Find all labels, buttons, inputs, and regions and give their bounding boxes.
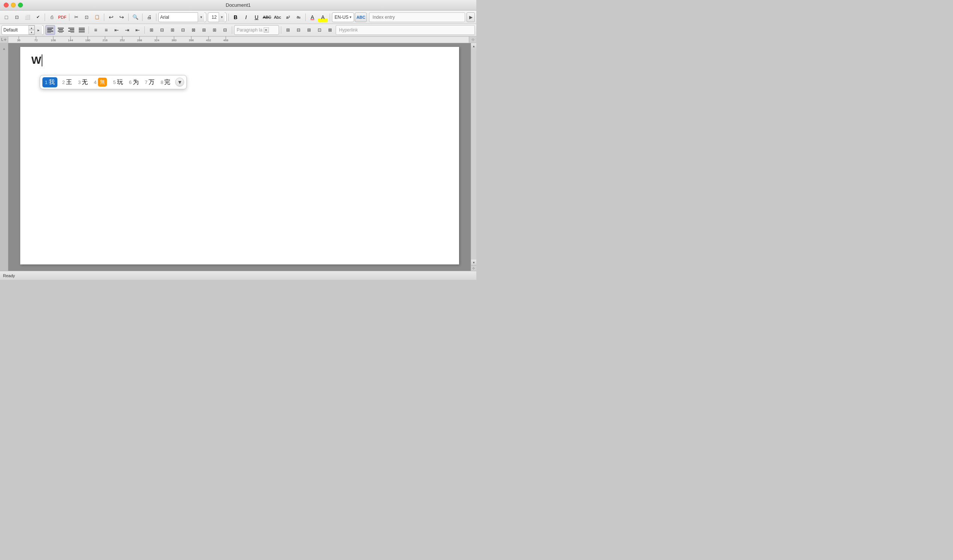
ime-char-8: 完 xyxy=(164,78,170,86)
font-color-button[interactable]: A xyxy=(307,12,317,22)
ime-item-8[interactable]: 8 完 xyxy=(159,78,171,87)
table-button5[interactable]: ⊠ xyxy=(189,25,199,35)
ime-more-button[interactable]: ▼ xyxy=(175,78,184,87)
list-unordered-button[interactable]: ≡ xyxy=(91,25,101,35)
style-menu-button[interactable]: ▸ xyxy=(34,25,42,35)
style-prev-button[interactable]: ▴ xyxy=(28,25,34,30)
ruler-l-icon: L xyxy=(1,37,3,42)
ime-item-6[interactable]: 6 为 xyxy=(128,78,140,87)
index-entry-field[interactable] xyxy=(369,12,465,22)
ruler-right-button[interactable]: ⊹ xyxy=(469,36,476,43)
scroll-adjust-button[interactable]: ⊹ xyxy=(471,265,476,271)
table-button7[interactable]: ⊞ xyxy=(210,25,219,35)
ime-popup[interactable]: 1 我 2 王 3 无 4 無 xyxy=(40,75,187,89)
align-justify-button[interactable] xyxy=(77,25,87,35)
style-next-button[interactable]: ▾ xyxy=(28,30,34,34)
ime-more-icon: ▼ xyxy=(177,79,182,85)
ime-item-1[interactable]: 1 我 xyxy=(42,77,57,87)
font-size-dropdown-arrow[interactable]: ▾ xyxy=(219,12,225,22)
ime-num-5: 5 xyxy=(113,79,115,85)
decrease-indent-button[interactable]: ⇤ xyxy=(112,25,121,35)
pdf-button[interactable]: PDF xyxy=(57,12,67,22)
toolbar-expand-button[interactable]: ▶ xyxy=(467,12,475,22)
svg-rect-8 xyxy=(68,28,74,28)
ime-num-7: 7 xyxy=(145,79,147,85)
ime-item-3[interactable]: 3 无 xyxy=(77,78,89,87)
print2-button[interactable]: 🖨 xyxy=(144,12,154,22)
paragraph-layout-arrow[interactable]: ▾ xyxy=(264,27,269,33)
font-family-selector[interactable]: Arial ▾ xyxy=(158,12,206,22)
separator4 xyxy=(128,14,129,21)
ime-item-7[interactable]: 7 万 xyxy=(144,78,156,87)
cut-button[interactable]: ✂ xyxy=(71,12,81,22)
status-bar: Ready xyxy=(0,271,476,280)
spellcheck-button[interactable]: ABC xyxy=(355,12,367,22)
font-dropdown-arrow[interactable]: ▾ xyxy=(198,12,204,22)
subscript-button[interactable]: a₂ xyxy=(294,12,303,22)
find-button[interactable]: 🔍 xyxy=(130,12,140,22)
language-dropdown-arrow[interactable]: ▾ xyxy=(349,15,351,19)
window-title: Document1 xyxy=(226,2,250,8)
ime-item-5[interactable]: 5 玩 xyxy=(112,78,124,87)
ime-char-6: 为 xyxy=(133,78,139,86)
align-left-button[interactable] xyxy=(45,25,55,35)
table-button1[interactable]: ⊞ xyxy=(147,25,157,35)
scroll-track[interactable] xyxy=(471,49,476,259)
table-button3[interactable]: ⊞ xyxy=(168,25,177,35)
svg-rect-15 xyxy=(79,32,85,33)
maximize-button[interactable] xyxy=(18,3,23,8)
font-size-selector[interactable]: 12 ▾ xyxy=(208,12,227,22)
merge-cells-button[interactable]: ⊞ xyxy=(283,25,293,35)
cell-border-button[interactable]: ⊡ xyxy=(315,25,324,35)
save-as-button[interactable]: ✔ xyxy=(33,12,43,22)
ime-item-4[interactable]: 4 無 xyxy=(93,77,108,87)
paste-button[interactable]: 📋 xyxy=(92,12,102,22)
superscript-button[interactable]: a² xyxy=(283,12,293,22)
left-margin-button[interactable]: ▴ xyxy=(0,45,8,52)
undo-button[interactable]: ↩ xyxy=(106,12,116,22)
table-button2[interactable]: ⊟ xyxy=(157,25,167,35)
style-selector[interactable]: Default ▴ ▾ ▸ xyxy=(2,25,44,35)
scroll-up-button[interactable]: ▴ xyxy=(471,43,476,49)
document-content[interactable]: W 1 我 2 王 3 无 xyxy=(31,54,448,67)
copy-button[interactable]: ⊡ xyxy=(82,12,92,22)
split-cells-button[interactable]: ⊟ xyxy=(294,25,303,35)
new-button[interactable]: □ xyxy=(2,12,11,22)
underline-button[interactable]: U xyxy=(251,12,261,22)
align-right-button[interactable] xyxy=(67,25,76,35)
print-button[interactable]: ⎙ xyxy=(47,12,57,22)
page-area[interactable]: W 1 我 2 王 3 无 xyxy=(8,43,471,271)
table-button6[interactable]: ⊞ xyxy=(199,25,209,35)
table-button8[interactable]: ⊟ xyxy=(220,25,230,35)
increase-indent-button[interactable]: ⇥ xyxy=(122,25,132,35)
hyperlink-field[interactable]: Hyperlink xyxy=(336,25,475,35)
open-button[interactable]: ⊡ xyxy=(12,12,22,22)
highlight-button[interactable]: A xyxy=(318,12,328,22)
strikethrough-button[interactable]: ABC xyxy=(262,12,272,22)
traffic-lights xyxy=(4,3,23,8)
scroll-down-button[interactable]: ▾ xyxy=(471,259,476,265)
cell-bg-button[interactable]: ⊠ xyxy=(325,25,335,35)
italic-button[interactable]: I xyxy=(241,12,251,22)
separator-tb2-2 xyxy=(144,26,145,34)
document-page[interactable]: W 1 我 2 王 3 无 xyxy=(20,47,459,264)
table-button4[interactable]: ⊟ xyxy=(178,25,188,35)
separator5 xyxy=(142,14,143,21)
paragraph-layout-field[interactable]: Paragraph la ▾ xyxy=(234,25,279,35)
list-indent-button[interactable]: ⇤ xyxy=(133,25,143,35)
align-center-button[interactable] xyxy=(56,25,66,35)
bold-button[interactable]: B xyxy=(231,12,241,22)
list-ordered-button[interactable]: ≡ xyxy=(101,25,111,35)
optimize-width-button[interactable]: ⊞ xyxy=(304,25,314,35)
close-button[interactable] xyxy=(4,3,9,8)
svg-rect-5 xyxy=(59,29,63,30)
minimize-button[interactable] xyxy=(11,3,16,8)
ime-item-2[interactable]: 2 王 xyxy=(61,78,73,87)
smallcaps-button[interactable]: Abc xyxy=(273,12,282,22)
style-arrows[interactable]: ▴ ▾ xyxy=(28,25,34,34)
save-button[interactable]: ⬜ xyxy=(23,12,32,22)
ruler: L ✛ 36 72 108 144 180 216 252 288 324 36… xyxy=(0,36,476,43)
svg-rect-13 xyxy=(79,29,85,30)
language-selector[interactable]: EN-US ▾ xyxy=(332,12,354,22)
redo-button[interactable]: ↪ xyxy=(116,12,126,22)
